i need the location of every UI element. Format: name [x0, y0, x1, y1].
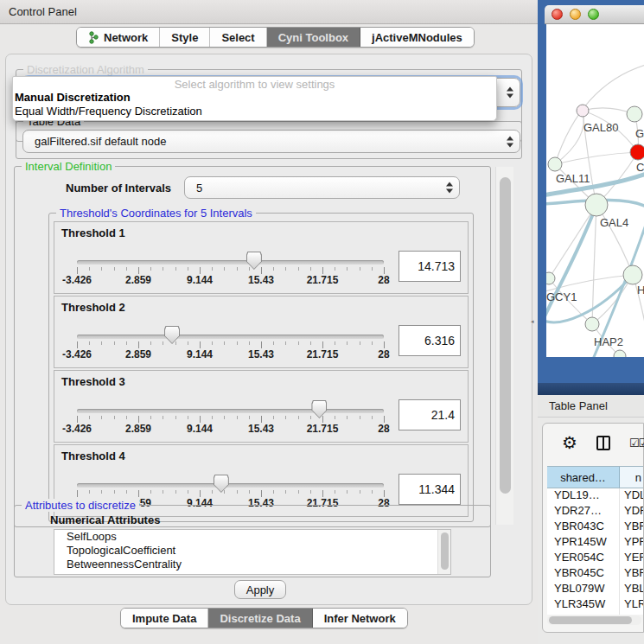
threshold-slider-track[interactable]	[77, 483, 384, 488]
tab-label: Cyni Toolbox	[278, 31, 348, 44]
network-window[interactable]: GAL80 GA C GAL11 GAL4 GCY1 H HAP2	[545, 5, 644, 381]
numerical-attributes-label: Numerical Attributes	[50, 513, 160, 526]
numerical-attributes-list[interactable]: SelfLoopsTopologicalCoefficientBetweenne…	[54, 529, 451, 575]
minor-tick	[249, 490, 250, 494]
column-layout-icon[interactable]	[596, 436, 610, 450]
table-row[interactable]: YPR145WYPR1	[547, 535, 643, 551]
horizontal-scrollbar-track[interactable]	[547, 615, 641, 625]
table-row[interactable]: YBR043CYBR0	[547, 520, 643, 535]
attributes-group-title: Attributes to discretize	[22, 499, 139, 512]
major-tick	[77, 490, 78, 497]
attributes-scrollbar-thumb[interactable]	[441, 532, 449, 570]
minor-tick	[273, 267, 274, 271]
major-tick	[138, 416, 139, 423]
minor-tick	[126, 416, 127, 419]
discretization-algorithm-group-title: Discretization Algorithm	[23, 63, 148, 76]
threshold-slider-track[interactable]	[77, 409, 384, 413]
threshold-panel: Threshold 1 14.713 -3.4262.8599.14415.43…	[54, 221, 469, 294]
attribute-list-item[interactable]: BetweennessCentrality	[54, 558, 450, 571]
minor-tick	[285, 490, 286, 494]
threshold-value-field[interactable]: 11.344	[399, 474, 461, 505]
network-canvas[interactable]: GAL80 GA C GAL11 GAL4 GCY1 H HAP2	[545, 24, 644, 357]
panel-divider-handle[interactable]: ◂	[531, 318, 536, 325]
threshold-value-field[interactable]: 21.4	[399, 399, 461, 430]
tab-discretize-data[interactable]: Discretize Data	[208, 609, 312, 628]
threshold-value-field[interactable]: 6.316	[399, 325, 461, 356]
tab-cyni-toolbox[interactable]: Cyni Toolbox	[267, 28, 360, 47]
network-window-titlebar	[545, 5, 644, 24]
minimize-traffic-light-icon[interactable]	[570, 9, 581, 20]
threshold-slider-track[interactable]	[77, 260, 384, 265]
major-tick	[77, 267, 78, 274]
cell-shared-name: YIL052C	[547, 613, 620, 615]
tab-network[interactable]: Network	[77, 28, 160, 47]
minor-tick	[224, 490, 225, 494]
column-header-name[interactable]: n	[620, 467, 643, 488]
column-header-shared[interactable]: shared…	[547, 467, 620, 488]
attribute-list-item[interactable]: SelfLoops	[54, 530, 450, 544]
tab-impute-data[interactable]: Impute Data	[121, 609, 208, 628]
minor-tick	[188, 267, 188, 271]
major-tick	[138, 490, 139, 497]
cell-shared-name: YBR045C	[547, 566, 620, 582]
tab-label: Discretize Data	[220, 612, 300, 625]
table-panel-title: Table Panel	[549, 399, 608, 412]
major-tick	[200, 341, 201, 348]
minor-tick	[188, 341, 188, 345]
cell-shared-name: YDL19…	[547, 488, 620, 504]
cell-name: YPR1	[620, 535, 643, 551]
table-row[interactable]: YIL052CYIL0	[547, 613, 643, 615]
table-row[interactable]: YBR045CYBR0	[547, 566, 643, 582]
table-row[interactable]: YDR27…YDR2	[547, 504, 643, 520]
attribute-list-item[interactable]: TopologicalCoefficient	[54, 544, 450, 558]
minor-tick	[372, 267, 373, 271]
tick-label: 9.144	[177, 423, 222, 435]
minor-tick	[347, 416, 348, 419]
cell-name: YLR3	[620, 597, 643, 613]
scrollbar-track[interactable]	[495, 167, 513, 525]
table-panel-box: ⚙ ☑☑ shared… n YDL19…YDL1YDR27…YDR2YBR04…	[542, 423, 644, 633]
table-row[interactable]: YDL19…YDL1	[547, 488, 643, 504]
major-tick	[200, 267, 201, 274]
close-traffic-light-icon[interactable]	[552, 9, 563, 20]
table-row[interactable]: YBL079WYBL0	[547, 582, 643, 597]
tab-infer-network[interactable]: Infer Network	[313, 609, 407, 628]
tab-label: Style	[171, 31, 198, 44]
minor-tick	[150, 416, 151, 419]
scrollbar-thumb[interactable]	[500, 177, 511, 494]
table-row[interactable]: YER054CYER0	[547, 551, 643, 566]
cell-shared-name: YLR345W	[547, 597, 620, 613]
minor-tick	[212, 490, 213, 494]
node-gal4	[585, 194, 608, 216]
major-tick	[384, 416, 385, 423]
number-of-intervals-combo[interactable]: 5	[184, 176, 460, 199]
minor-tick	[114, 341, 115, 345]
cell-shared-name: YER054C	[547, 551, 620, 566]
table-data-combo[interactable]: galFiltered.sif default node	[22, 130, 520, 153]
threshold-value-field[interactable]: 14.713	[399, 251, 461, 282]
tab-style[interactable]: Style	[160, 28, 210, 47]
minor-tick	[188, 416, 188, 419]
apply-button[interactable]: Apply	[234, 580, 286, 599]
attributes-scrollbar-track[interactable]	[437, 530, 450, 574]
horizontal-scrollbar-thumb[interactable]	[549, 616, 632, 624]
major-tick	[322, 416, 323, 423]
threshold-slider-track[interactable]	[77, 335, 384, 339]
tab-select[interactable]: Select	[210, 28, 266, 47]
minor-tick	[372, 416, 373, 419]
table-row[interactable]: YLR345WYLR3	[547, 597, 643, 613]
combo-stepper-icon	[446, 182, 453, 194]
threshold-slider-thumb[interactable]	[311, 400, 327, 418]
table-panel-header: Table Panel	[538, 395, 644, 418]
popup-item-equal-width-frequency[interactable]: Equal Width/Frequency Discretization	[15, 105, 202, 118]
zoom-traffic-light-icon[interactable]	[588, 9, 599, 20]
select-columns-icon[interactable]: ☑☑	[629, 437, 644, 450]
threshold-slider-thumb[interactable]	[214, 475, 229, 493]
threshold-slider-thumb[interactable]	[164, 326, 180, 344]
tab-jactivemnodules[interactable]: jActiveMNodules	[360, 28, 474, 47]
major-tick	[261, 416, 262, 423]
popup-item-manual-discretization[interactable]: Manual Discretization	[15, 91, 131, 104]
gear-icon[interactable]: ⚙	[562, 434, 577, 451]
algorithm-dropdown-popup: Select algorithm to view settings Manual…	[12, 76, 497, 121]
minor-tick	[347, 341, 348, 345]
